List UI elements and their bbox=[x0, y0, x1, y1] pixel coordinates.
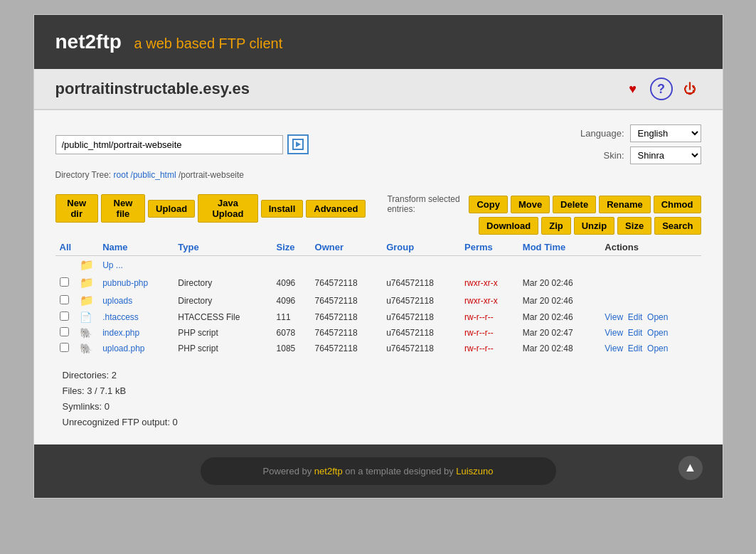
copy-button[interactable]: Copy bbox=[469, 196, 508, 213]
table-row: 📄 .htaccess HTACCESS File 111 764572118 … bbox=[55, 309, 701, 325]
download-button[interactable]: Download bbox=[479, 217, 538, 235]
unzip-button[interactable]: Unzip bbox=[574, 217, 614, 235]
col-group: Group bbox=[382, 239, 460, 256]
move-button[interactable]: Move bbox=[511, 196, 550, 213]
path-go-button[interactable] bbox=[287, 134, 309, 154]
delete-button[interactable]: Delete bbox=[553, 196, 596, 213]
language-item: Language: English French German Spanish bbox=[580, 124, 701, 142]
language-select[interactable]: English French German Spanish bbox=[630, 124, 701, 142]
path-row: Language: English French German Spanish … bbox=[55, 124, 701, 164]
open-link-index[interactable]: Open bbox=[647, 328, 668, 338]
col-mod-time: Mod Time bbox=[518, 239, 600, 256]
col-icon bbox=[75, 239, 98, 256]
upload-button[interactable]: Upload bbox=[148, 200, 195, 218]
folder-icon: 📁 bbox=[80, 277, 94, 289]
toolbar-right: Transform selected entries: Copy Move De… bbox=[366, 194, 701, 235]
php-icon: 🐘 bbox=[80, 327, 92, 339]
language-label: Language: bbox=[580, 128, 624, 139]
svg-marker-1 bbox=[296, 142, 301, 147]
footer-text: Powered by net2ftp on a template designe… bbox=[263, 466, 494, 476]
go-icon bbox=[292, 139, 304, 150]
table-row: 📁 Up ... bbox=[55, 256, 701, 275]
file-link-upload[interactable]: upload.php bbox=[102, 343, 144, 353]
row-checkbox-up bbox=[55, 256, 76, 275]
row-checkbox[interactable] bbox=[60, 277, 69, 287]
lang-skin-row: Language: English French German Spanish … bbox=[580, 124, 701, 164]
edit-link-upload[interactable]: Edit bbox=[628, 343, 643, 353]
sort-mod-time[interactable]: Mod Time bbox=[523, 242, 565, 252]
power-icon[interactable]: ⏻ bbox=[678, 78, 701, 100]
new-dir-button[interactable]: New dir bbox=[55, 194, 98, 223]
java-upload-button[interactable]: Java Upload bbox=[198, 194, 258, 223]
col-owner: Owner bbox=[311, 239, 383, 256]
app-name: net2ftp bbox=[55, 31, 122, 53]
dir-tree-current: /portrait-webseite bbox=[179, 170, 244, 180]
domain-name: portraitinstructable.esy.es bbox=[55, 80, 250, 98]
zip-button[interactable]: Zip bbox=[541, 217, 571, 235]
folder-icon: 📁 bbox=[80, 259, 94, 271]
col-all: All bbox=[55, 239, 76, 256]
transform-label: Transform selected entries: bbox=[387, 194, 466, 214]
toolbar-left: New dir New file Upload Java Upload Inst… bbox=[55, 194, 366, 223]
advanced-button[interactable]: Advanced bbox=[306, 200, 366, 218]
skin-select[interactable]: Shinra Default bbox=[630, 147, 701, 164]
scroll-top-button[interactable]: ▲ bbox=[678, 456, 703, 480]
footer-net2ftp-link[interactable]: net2ftp bbox=[314, 466, 343, 476]
file-link-uploads[interactable]: uploads bbox=[102, 296, 132, 306]
open-link-upload[interactable]: Open bbox=[647, 343, 668, 353]
rename-button[interactable]: Rename bbox=[599, 196, 651, 213]
sort-size[interactable]: Size bbox=[277, 242, 295, 252]
row-checkbox[interactable] bbox=[60, 343, 69, 352]
search-button[interactable]: Search bbox=[654, 217, 701, 235]
stats-area: Directories: 2 Files: 3 / 7.1 kB Symlink… bbox=[55, 368, 701, 430]
row-checkbox[interactable] bbox=[60, 327, 69, 336]
stat-unrecognized: Unrecognized FTP output: 0 bbox=[63, 415, 701, 430]
dir-tree: Directory Tree: root /public_html /portr… bbox=[55, 170, 701, 180]
select-all-link[interactable]: All bbox=[60, 242, 72, 252]
toolbar-wrapper: New dir New file Upload Java Upload Inst… bbox=[55, 194, 701, 235]
file-icon: 📄 bbox=[80, 311, 92, 323]
sort-perms[interactable]: Perms bbox=[464, 242, 493, 252]
edit-link-index[interactable]: Edit bbox=[628, 328, 643, 338]
size-button[interactable]: Size bbox=[617, 217, 651, 235]
sort-group[interactable]: Group bbox=[386, 242, 414, 252]
chmod-button[interactable]: Chmod bbox=[654, 196, 701, 213]
file-link-htaccess[interactable]: .htaccess bbox=[102, 312, 139, 322]
php-icon: 🐘 bbox=[80, 343, 92, 354]
footer-designer-link[interactable]: Luiszuno bbox=[456, 466, 493, 476]
stat-directories: Directories: 2 bbox=[63, 368, 701, 383]
transform-row2: Download Zip Unzip Size Search bbox=[366, 217, 701, 235]
dir-tree-public-html[interactable]: /public_html bbox=[131, 170, 176, 180]
content-area: Language: English French German Spanish … bbox=[34, 110, 723, 444]
footer: Powered by net2ftp on a template designe… bbox=[34, 444, 723, 498]
open-link-htaccess[interactable]: Open bbox=[647, 312, 668, 322]
help-icon[interactable]: ? bbox=[650, 78, 673, 100]
install-button[interactable]: Install bbox=[261, 200, 304, 218]
footer-inner-wrapper: Powered by net2ftp on a template designe… bbox=[47, 457, 710, 485]
view-link-htaccess[interactable]: View bbox=[605, 312, 623, 322]
file-link-index[interactable]: index.php bbox=[102, 328, 139, 338]
col-type: Type bbox=[174, 239, 272, 256]
sort-name[interactable]: Name bbox=[102, 242, 127, 252]
footer-middle-text: on a template designed by bbox=[343, 466, 457, 476]
path-input-group bbox=[55, 134, 309, 154]
sort-type[interactable]: Type bbox=[178, 242, 198, 252]
header: net2ftp a web based FTP client bbox=[34, 15, 723, 69]
view-link-index[interactable]: View bbox=[605, 328, 623, 338]
view-link-upload[interactable]: View bbox=[605, 343, 623, 353]
edit-link-htaccess[interactable]: Edit bbox=[628, 312, 643, 322]
col-perms: Perms bbox=[460, 239, 518, 256]
sort-owner[interactable]: Owner bbox=[315, 242, 344, 252]
domain-icons: ♥ ? ⏻ bbox=[622, 78, 701, 100]
path-input[interactable] bbox=[55, 135, 283, 154]
footer-powered-by: Powered by bbox=[263, 466, 314, 476]
row-checkbox[interactable] bbox=[60, 295, 69, 304]
new-file-button[interactable]: New file bbox=[101, 194, 145, 223]
dir-tree-root[interactable]: root bbox=[114, 170, 129, 180]
col-size: Size bbox=[272, 239, 311, 256]
skin-label: Skin: bbox=[604, 150, 624, 161]
file-link-up[interactable]: Up ... bbox=[102, 260, 123, 270]
row-checkbox[interactable] bbox=[60, 311, 69, 321]
file-link-pubnub[interactable]: pubnub-php bbox=[102, 278, 148, 288]
heart-icon[interactable]: ♥ bbox=[622, 78, 644, 100]
